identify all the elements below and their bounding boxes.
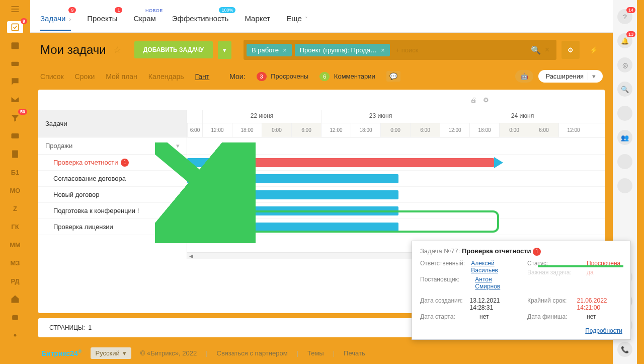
tab-market[interactable]: Маркет [245,0,270,23]
close-icon[interactable]: × [381,46,385,54]
rr-target-icon[interactable]: ◎ [617,57,632,72]
details-link[interactable]: Подробности [585,327,622,334]
time-13: 12:00 [558,123,588,137]
tab-scrum-label: Скрам [133,14,155,23]
time-6: 18:00 [351,123,380,137]
rr-bell-icon[interactable]: 🔔13 [617,33,632,48]
time-2: 18:00 [232,123,262,137]
view-myplan[interactable]: Мой план [106,72,137,81]
responsible-link[interactable]: Алексей Васильев [471,260,515,274]
search-icon[interactable]: 🔍 [531,45,541,55]
task-row-2[interactable]: Новый договор [38,187,187,203]
task-row-1[interactable]: Согласование договора [38,171,187,187]
creator-link[interactable]: Антон Смирнов [475,276,515,290]
task-row-3-label: Подготовка к конференции ! [53,207,139,214]
print-link[interactable]: Печать [344,349,365,357]
rr-avatar-3[interactable] [617,178,632,193]
filter-bar[interactable]: В работе× Проект (группа): Прода…× + пои… [244,40,556,60]
svg-point-6 [14,334,17,337]
print-icon[interactable]: 🖨 [470,96,477,104]
rail-text-2[interactable]: Z [7,202,23,214]
bar-row-4[interactable] [187,219,605,235]
rail-text-6[interactable]: РД [7,275,23,287]
view-calendar[interactable]: Календарь [148,72,184,81]
time-3: 0:00 [262,123,291,137]
task-row-4[interactable]: Проверка лицензии [38,219,187,235]
overdue-label: Просрочены [271,72,308,80]
rr-call-icon[interactable]: 📞 [617,342,632,357]
robot-button[interactable]: 🤖 [515,70,533,83]
rr-people-icon[interactable]: 👥 [617,130,632,145]
view-list[interactable]: Список [40,72,64,81]
gear-button[interactable]: ⚙ [561,41,580,59]
rr-help-icon[interactable]: ?14 [617,9,632,24]
rail-text-5[interactable]: МЗ [7,257,23,269]
bar-row-1[interactable] [187,171,605,187]
tab-projects[interactable]: Проекты 1 [87,0,117,23]
footer: Битрикс24® Русский▾ © «Битрикс», 2022 | … [30,342,613,364]
gear-icon[interactable]: ⚙ [483,96,489,104]
page-head: Мои задачи ☆ ДОБАВИТЬ ЗАДАЧУ ▾ В работе×… [30,33,613,67]
rail-text-3[interactable]: ГК [7,221,23,233]
gantt-group-label: Продажи [45,142,72,150]
rail-doc-icon[interactable] [7,148,23,160]
bolt-button[interactable]: ⚡ [585,41,603,59]
overdue-counter[interactable]: 3 Просрочены [257,72,309,81]
time-1: 12:00 [202,123,232,137]
rail-tasks-icon[interactable]: 9 [7,21,23,33]
themes-link[interactable]: Темы [307,349,324,357]
close-icon[interactable]: × [283,46,287,54]
star-icon[interactable]: ☆ [113,44,121,55]
rail-text-0[interactable]: Б1 [7,166,23,178]
add-task-dropdown[interactable]: ▾ [218,41,231,59]
rail-filter-badge: 50 [18,109,27,115]
brand-link[interactable]: Битрикс24® [41,349,82,357]
gantt-right: 22 июня 23 июня 24 июня 6:00 12:00 18:00… [187,110,605,259]
scroll-left-icon[interactable]: ◀ [189,253,193,259]
chat-icon[interactable]: 💬 [386,71,400,82]
rail-drive-icon[interactable] [7,57,23,69]
copyright: © «Битрикс», 2022 [140,349,197,357]
add-task-button[interactable]: ДОБАВИТЬ ЗАДАЧУ [134,41,213,58]
comments-counter[interactable]: 6 Комментарии [319,72,375,81]
time-7: 0:00 [380,123,410,137]
rail-filter-icon[interactable]: 50 [7,112,23,124]
rail-chat-icon[interactable] [7,76,23,88]
rail-mail-icon[interactable] [7,94,23,106]
time-0: 6:00 [187,123,202,137]
rail-text-1[interactable]: МО [7,184,23,196]
clear-icon[interactable]: × [545,45,549,55]
rail-calendar-icon[interactable] [7,39,23,51]
rr-help-badge: 14 [626,7,635,13]
filter-icons: 🔍 × [531,45,553,55]
view-deadlines[interactable]: Сроки [75,72,95,81]
tab-tasks[interactable]: Задачи › 9 [40,0,71,31]
lang-button[interactable]: Русский▾ [91,347,131,359]
rail-home-icon[interactable] [7,293,23,305]
tab-efficiency[interactable]: Эффективность 100% [172,0,229,23]
rail-gear-icon[interactable] [7,329,23,341]
contact-link[interactable]: Связаться с партнером [217,349,288,357]
rail-text-4[interactable]: ММ [7,239,23,251]
filter-chip-1[interactable]: Проект (группа): Прода…× [295,44,390,56]
extensions-button[interactable]: Расширения ▾ [538,70,603,83]
task-tooltip-title: Задача №77: Проверка отчетности 1 [420,247,622,256]
bar-row-2[interactable] [187,187,605,203]
filter-chip-0[interactable]: В работе× [247,44,292,56]
menu-icon[interactable] [7,3,23,15]
rr-avatar-2[interactable] [617,154,632,169]
task-row-3[interactable]: Подготовка к конференции ! [38,203,187,219]
view-gantt[interactable]: Гант [195,72,210,81]
tab-more[interactable]: Еще ˇ [286,0,307,23]
rr-avatar-1[interactable] [617,106,632,121]
task-row-0[interactable]: Проверка отчетности 1 [38,155,187,171]
rr-search-icon[interactable]: 🔍 [617,82,632,97]
my-label: Мои: [229,72,245,81]
rail-android-icon[interactable] [7,311,23,323]
bar-row-0[interactable] [187,155,605,171]
tab-scrum[interactable]: Скрам НОВОЕ [133,0,155,23]
gantt-group[interactable]: Продажи ▾ [38,137,187,155]
annotation-underline [538,265,623,267]
bar-row-3[interactable] [187,203,605,219]
rail-card-icon[interactable] [7,130,23,142]
